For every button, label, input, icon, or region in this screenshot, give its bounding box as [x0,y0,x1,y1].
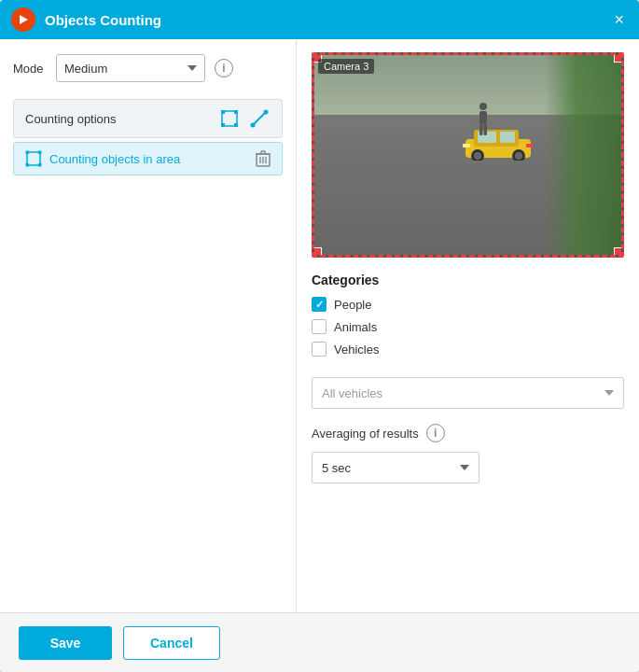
counting-options-header: Counting options [13,99,283,138]
svg-rect-2 [221,110,225,114]
svg-rect-30 [463,144,470,147]
category-vehicles-label: Vehicles [334,343,379,357]
counting-area-item[interactable]: Counting objects in area [13,142,283,175]
vegetation-right [545,55,621,255]
svg-rect-10 [26,151,30,155]
person-visual [477,103,490,134]
play-icon [17,13,30,26]
right-panel: Camera 3 Categories People Animals [297,39,639,612]
category-people-row: People [312,297,624,312]
camera-label: Camera 3 [318,59,374,74]
svg-rect-5 [234,123,238,127]
categories-section: Categories People Animals Vehicles [312,273,624,364]
mode-label: Mode [13,62,47,76]
svg-marker-0 [20,15,28,24]
svg-point-32 [479,103,487,110]
category-people-checkbox[interactable] [312,297,326,312]
vehicles-dropdown[interactable]: All vehicles Cars Trucks Motorcycles [312,377,624,409]
camera-view: Camera 3 [312,52,624,258]
averaging-row: Averaging of results i [312,424,624,442]
counting-area-label: Counting objects in area [49,152,180,166]
svg-rect-11 [38,151,42,155]
line-add-icon [250,109,269,128]
svg-rect-13 [38,163,42,167]
area-icon [25,150,42,167]
close-button[interactable]: × [610,7,628,32]
corner-handle-bl[interactable] [313,247,322,257]
averaging-section: Averaging of results i 1 sec 3 sec 5 sec… [312,424,624,483]
svg-rect-12 [26,163,30,167]
title-bar: Objects Counting × [0,0,639,39]
corner-handle-tr[interactable] [614,53,623,63]
dialog-title: Objects Counting [45,12,610,28]
categories-title: Categories [312,273,624,287]
add-line-button[interactable] [248,107,271,130]
person-svg [477,103,490,136]
averaging-info-icon[interactable]: i [426,424,445,442]
averaging-title: Averaging of results [312,427,419,441]
svg-point-7 [251,123,256,128]
delete-area-button[interactable] [256,150,271,167]
cancel-button[interactable]: Cancel [123,626,220,660]
save-button[interactable]: Save [19,626,112,660]
mode-select[interactable]: Medium Low High [56,54,205,82]
objects-counting-dialog: Objects Counting × Mode Medium Low High … [0,0,639,672]
category-animals-row: Animals [312,319,624,334]
main-content: Mode Medium Low High i Counting options [0,39,639,612]
averaging-select[interactable]: 1 sec 3 sec 5 sec 10 sec 30 sec [312,452,479,483]
rectangle-add-icon [220,109,239,128]
svg-rect-9 [27,152,40,165]
add-area-button[interactable] [218,107,241,130]
counting-area-left: Counting objects in area [25,150,180,167]
mode-row: Mode Medium Low High i [13,54,283,82]
svg-point-29 [515,152,522,160]
counting-options-label: Counting options [25,112,117,126]
trash-icon [256,150,271,167]
bottom-bar: Save Cancel [0,612,639,672]
category-animals-checkbox[interactable] [312,319,326,334]
category-vehicles-row: Vehicles [312,342,624,357]
svg-rect-3 [234,110,238,114]
car-visual [461,119,535,165]
header-icons [218,107,271,130]
app-icon [11,7,35,32]
svg-line-6 [253,112,266,125]
category-people-label: People [334,298,371,312]
car-svg [461,119,535,161]
svg-rect-34 [479,124,483,135]
left-panel: Mode Medium Low High i Counting options [0,39,297,612]
corner-handle-br[interactable] [614,247,623,257]
svg-rect-33 [479,111,487,124]
camera-background [314,55,621,255]
svg-point-27 [474,152,481,160]
svg-rect-4 [221,123,225,127]
category-vehicles-checkbox[interactable] [312,342,326,357]
category-animals-label: Animals [334,320,377,334]
svg-rect-35 [483,124,487,135]
svg-point-8 [264,110,269,115]
svg-rect-25 [500,132,515,143]
svg-rect-31 [526,144,534,147]
mode-info-icon[interactable]: i [215,59,233,77]
